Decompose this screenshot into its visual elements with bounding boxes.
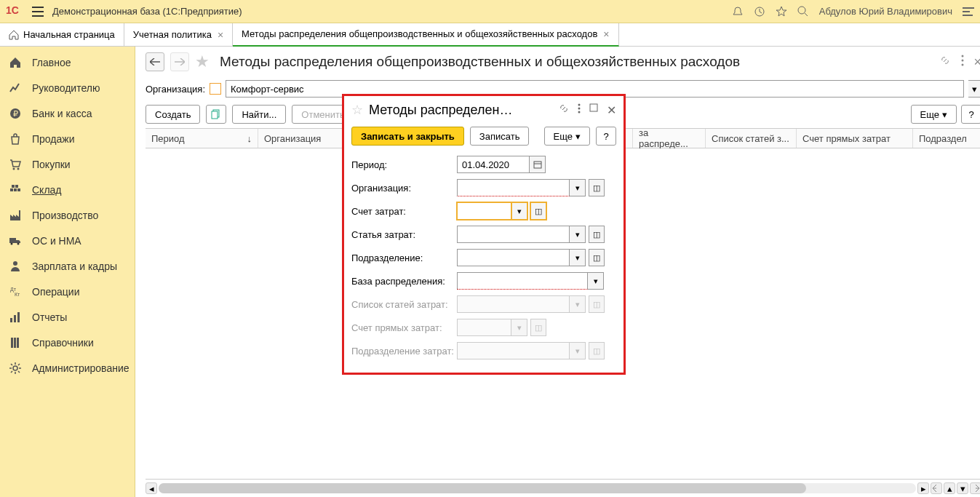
list-input — [457, 295, 570, 313]
maximize-icon[interactable] — [589, 103, 598, 117]
find-button[interactable]: Найти... — [232, 105, 286, 124]
dropdown-button[interactable]: ▾ — [511, 202, 527, 220]
sidebar-item-chart[interactable]: Руководителю — [0, 75, 135, 100]
more-button[interactable]: Еще ▾ — [911, 105, 957, 124]
account-input[interactable] — [457, 202, 511, 220]
open-button[interactable]: ◫ — [589, 249, 605, 266]
col-dept[interactable]: Подраздел — [913, 129, 980, 148]
open-button: ◫ — [589, 342, 605, 359]
link-icon[interactable] — [939, 55, 951, 70]
dialog-more-button[interactable]: Еще ▾ — [544, 127, 590, 146]
help-button[interactable]: ? — [961, 105, 980, 124]
col-org[interactable]: Организация — [258, 129, 346, 148]
sidebar-item-books[interactable]: Справочники — [0, 330, 135, 355]
col-base[interactable]: за распреде... — [633, 129, 706, 148]
sidebar-item-label: Отчеты — [32, 311, 67, 323]
sidebar-item-person[interactable]: Зарплата и кадры — [0, 253, 135, 279]
nav-up-button[interactable]: ▴ — [944, 482, 955, 494]
history-icon[interactable] — [754, 6, 765, 17]
col-direct[interactable]: Счет прямых затрат — [797, 129, 913, 148]
sidebar-item-label: Зарплата и кадры — [32, 261, 117, 272]
ruble-icon: ₽ — [9, 107, 22, 120]
sidebar-item-gear[interactable]: Администрирование — [0, 355, 135, 381]
star-icon[interactable] — [776, 6, 787, 17]
sidebar-item-label: Руководителю — [32, 82, 100, 94]
scrollbar-track[interactable] — [159, 483, 916, 493]
scroll-left-button[interactable]: ◂ — [146, 482, 157, 494]
col-period[interactable]: Период↓ — [146, 129, 258, 148]
back-button[interactable] — [146, 52, 164, 71]
nav-last-button[interactable] — [970, 482, 980, 494]
favorite-icon[interactable]: ★ — [195, 52, 210, 71]
org-input[interactable] — [457, 179, 570, 196]
copy-button[interactable] — [206, 105, 226, 124]
truck-icon — [9, 234, 22, 247]
settings-icon[interactable] — [963, 7, 974, 17]
scrollbar-thumb[interactable] — [159, 483, 806, 493]
dropdown-button[interactable]: ▾ — [588, 272, 604, 290]
close-icon[interactable]: × — [974, 55, 980, 70]
dialog-help-button[interactable]: ? — [596, 127, 616, 146]
svg-rect-18 — [17, 312, 20, 322]
search-icon[interactable] — [797, 6, 809, 17]
bars-icon — [9, 311, 22, 324]
svg-text:₽: ₽ — [13, 109, 18, 118]
sidebar-item-label: Покупки — [32, 159, 71, 170]
article-input[interactable] — [457, 226, 570, 243]
tab-home[interactable]: Начальная страница — [0, 23, 124, 47]
sidebar-item-ruble[interactable]: ₽Банк и касса — [0, 100, 135, 126]
svg-point-24 — [961, 59, 963, 61]
svg-rect-20 — [14, 338, 16, 348]
save-close-button[interactable]: Записать и закрыть — [351, 127, 464, 146]
sidebar-item-truck[interactable]: ОС и НМА — [0, 228, 135, 253]
menu-icon[interactable] — [32, 7, 44, 17]
dropdown-button[interactable]: ▾ — [570, 179, 586, 196]
open-button[interactable]: ◫ — [589, 226, 605, 243]
sidebar-item-label: Справочники — [32, 337, 94, 349]
svg-rect-7 — [14, 188, 17, 191]
scroll-right-button[interactable]: ▸ — [917, 482, 929, 494]
star-icon[interactable]: ☆ — [351, 102, 363, 118]
more-icon[interactable] — [578, 103, 581, 117]
write-button[interactable]: Записать — [470, 127, 530, 146]
dropdown-button[interactable]: ▾ — [570, 249, 586, 266]
sidebar-item-home[interactable]: Главное — [0, 49, 135, 75]
forward-button[interactable] — [170, 52, 189, 71]
nav-first-button[interactable] — [931, 482, 942, 494]
base-input[interactable] — [457, 272, 588, 290]
dept-input[interactable] — [457, 249, 570, 266]
sidebar-item-warehouse[interactable]: Склад — [0, 177, 135, 202]
open-button[interactable]: ◫ — [530, 202, 546, 220]
sidebar-item-factory[interactable]: Производство — [0, 202, 135, 228]
sidebar-item-label: Банк и касса — [32, 108, 92, 119]
deptz-input — [457, 342, 570, 359]
user-name[interactable]: Абдулов Юрий Владимирович — [819, 6, 952, 17]
link-icon[interactable] — [559, 103, 569, 117]
org-dropdown-button[interactable]: ▾ — [968, 80, 980, 98]
svg-point-29 — [578, 107, 581, 109]
close-icon[interactable]: × — [603, 28, 609, 40]
sidebar-item-cart[interactable]: Покупки — [0, 151, 135, 177]
close-icon[interactable]: × — [218, 29, 223, 41]
dropdown-button[interactable]: ▾ — [570, 226, 586, 243]
svg-point-13 — [13, 261, 17, 266]
tab-accounting-policy[interactable]: Учетная политика × — [124, 23, 233, 47]
period-input[interactable] — [457, 156, 530, 173]
col-list[interactable]: Список статей з... — [706, 129, 797, 148]
sidebar-item-bars[interactable]: Отчеты — [0, 304, 135, 330]
svg-point-22 — [13, 366, 17, 370]
open-button[interactable]: ◫ — [589, 179, 605, 196]
direct-input — [457, 319, 511, 336]
org-clear-button[interactable] — [210, 83, 221, 95]
more-icon[interactable] — [961, 55, 964, 70]
calendar-button[interactable] — [530, 156, 546, 173]
close-icon[interactable]: ✕ — [607, 103, 616, 117]
bell-icon[interactable] — [732, 6, 744, 17]
sidebar-item-bag[interactable]: Продажи — [0, 126, 135, 151]
nav-down-button[interactable]: ▾ — [957, 482, 968, 494]
sidebar-item-ops[interactable]: ДтКтОперации — [0, 279, 135, 304]
tab-methods[interactable]: Методы распределения общепроизводственны… — [233, 23, 618, 47]
svg-point-1 — [798, 7, 805, 14]
open-button: ◫ — [530, 319, 546, 336]
create-button[interactable]: Создать — [146, 105, 200, 124]
